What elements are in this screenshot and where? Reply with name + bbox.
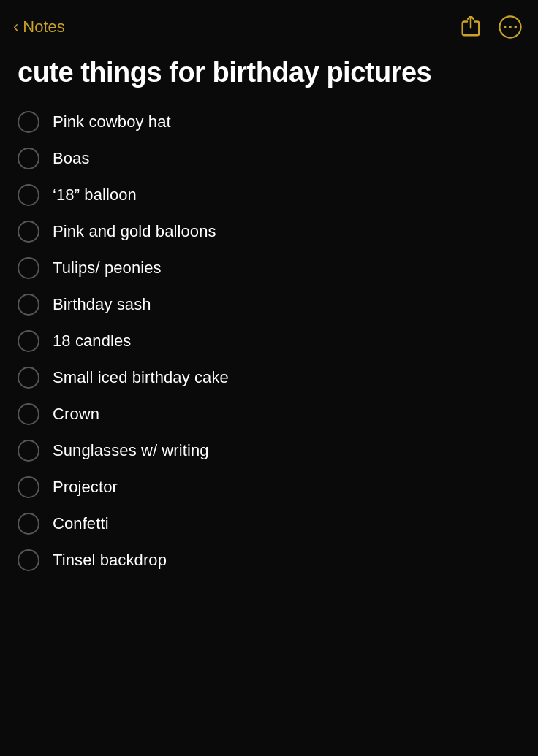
chevron-left-icon: ‹	[13, 18, 18, 37]
list-item: Pink and gold balloons	[18, 213, 520, 250]
checkbox[interactable]	[18, 221, 39, 243]
item-text: Birthday sash	[53, 295, 151, 314]
back-button[interactable]: ‹ Notes	[7, 12, 71, 42]
list-item: Pink cowboy hat	[18, 104, 520, 140]
item-text: Boas	[53, 149, 90, 168]
checkbox[interactable]	[18, 148, 39, 169]
more-button[interactable]	[497, 14, 523, 40]
note-title-section: cute things for birthday pictures	[0, 50, 538, 104]
more-icon	[498, 15, 523, 39]
list-item: Tinsel backdrop	[18, 542, 520, 579]
svg-point-2	[504, 26, 507, 28]
list-item: Small iced birthday cake	[18, 359, 520, 396]
checkbox[interactable]	[18, 111, 39, 133]
header-icons	[458, 14, 523, 40]
list-item: Crown	[18, 396, 520, 432]
header: ‹ Notes	[0, 0, 538, 50]
checkbox[interactable]	[18, 476, 39, 498]
item-text: Crown	[53, 405, 99, 424]
item-text: ‘18” balloon	[53, 186, 137, 205]
checklist: Pink cowboy hatBoas‘18” balloonPink and …	[0, 104, 538, 579]
checkbox[interactable]	[18, 367, 39, 389]
note-title[interactable]: cute things for birthday pictures	[18, 57, 520, 89]
checkbox[interactable]	[18, 330, 39, 352]
list-item: Boas	[18, 140, 520, 177]
checkbox[interactable]	[18, 513, 39, 535]
item-text: Sunglasses w/ writing	[53, 441, 209, 460]
item-text: Small iced birthday cake	[53, 368, 229, 387]
checkbox[interactable]	[18, 440, 39, 462]
item-text: Pink cowboy hat	[53, 112, 171, 131]
list-item: Tulips/ peonies	[18, 250, 520, 286]
list-item: Projector	[18, 469, 520, 505]
checkbox[interactable]	[18, 294, 39, 316]
item-text: Pink and gold balloons	[53, 222, 216, 241]
share-button[interactable]	[458, 14, 484, 40]
svg-point-3	[509, 26, 512, 28]
svg-point-4	[514, 26, 517, 28]
list-item: Sunglasses w/ writing	[18, 432, 520, 469]
checkbox[interactable]	[18, 549, 39, 571]
checkbox[interactable]	[18, 257, 39, 279]
list-item: Confetti	[18, 505, 520, 542]
checkbox[interactable]	[18, 184, 39, 206]
list-item: ‘18” balloon	[18, 177, 520, 213]
item-text: Tulips/ peonies	[53, 259, 162, 278]
back-label: Notes	[23, 18, 64, 37]
list-item: Birthday sash	[18, 286, 520, 323]
item-text: Tinsel backdrop	[53, 551, 167, 570]
item-text: Projector	[53, 478, 118, 497]
item-text: Confetti	[53, 514, 109, 533]
checkbox[interactable]	[18, 403, 39, 425]
share-icon	[460, 16, 482, 38]
list-item: 18 candles	[18, 323, 520, 359]
item-text: 18 candles	[53, 332, 131, 351]
